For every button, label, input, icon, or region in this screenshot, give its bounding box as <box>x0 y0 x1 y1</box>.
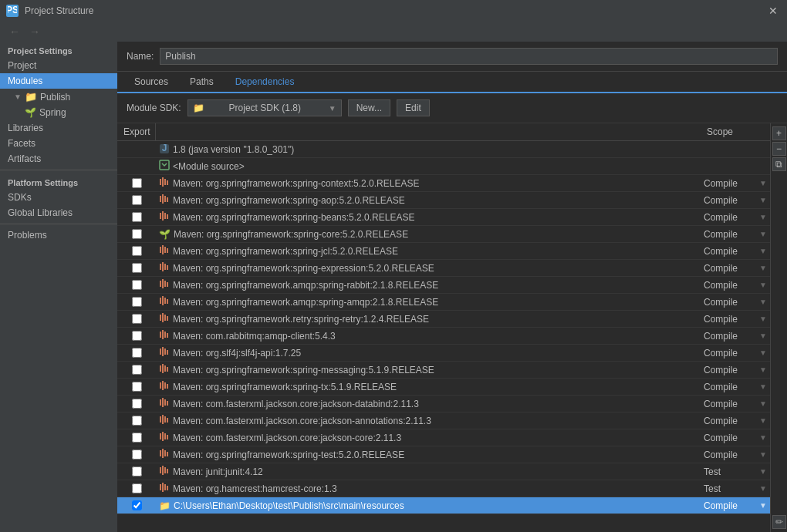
dep-export-checkbox[interactable] <box>117 466 156 476</box>
edit-dep-button[interactable]: ✏ <box>772 515 786 529</box>
dep-export-checkbox[interactable] <box>117 212 156 222</box>
deps-container[interactable]: Export Scope J1.8 (java version "1.8.0_3… <box>117 123 770 532</box>
sidebar-item-problems[interactable]: Problems <box>0 227 117 243</box>
tree-item-publish[interactable]: ▼ 📁 Publish <box>0 89 117 105</box>
svg-rect-51 <box>164 382 166 389</box>
dep-export-checkbox[interactable] <box>117 433 156 443</box>
dep-scope-dropdown-arrow[interactable]: ▼ <box>759 348 767 357</box>
table-row[interactable]: Maven: org.springframework.retry:spring-… <box>117 311 770 328</box>
table-row[interactable]: Maven: com.fasterxml.jackson.core:jackso… <box>117 396 770 412</box>
dep-export-checkbox[interactable] <box>117 399 156 409</box>
sdk-label: Module SDK: <box>127 103 181 113</box>
new-button[interactable]: New... <box>348 99 390 116</box>
dep-scope-dropdown-arrow[interactable]: ▼ <box>759 196 767 204</box>
table-row[interactable]: Maven: org.springframework:spring-contex… <box>117 175 770 192</box>
sidebar-item-project[interactable]: Project <box>0 58 117 73</box>
dep-scope-dropdown-arrow[interactable]: ▼ <box>759 501 767 510</box>
table-row[interactable]: Maven: junit:junit:4.12Test▼ <box>117 463 770 480</box>
dep-export-checkbox[interactable] <box>117 382 156 392</box>
dep-export-checkbox[interactable] <box>117 314 156 324</box>
back-button[interactable]: ← <box>6 24 23 39</box>
sidebar-label-sdks: SDKs <box>8 192 32 203</box>
svg-rect-25 <box>160 281 161 287</box>
dep-scope-dropdown-arrow[interactable]: ▼ <box>759 416 767 425</box>
dep-export-checkbox[interactable] <box>117 195 156 205</box>
add-dep-button[interactable]: + <box>772 126 786 140</box>
maven-icon <box>159 346 170 359</box>
dep-export-checkbox[interactable] <box>117 416 156 426</box>
dep-name-cell: Maven: com.fasterxml.jackson.core:jackso… <box>156 429 701 446</box>
svg-rect-22 <box>162 262 164 271</box>
dep-scope-dropdown-arrow[interactable]: ▼ <box>759 433 767 442</box>
table-row[interactable]: Maven: org.springframework:spring-messag… <box>117 362 770 379</box>
dep-export-checkbox[interactable] <box>117 178 156 188</box>
table-row[interactable]: <Module source> <box>117 158 770 175</box>
table-row[interactable]: Maven: com.fasterxml.jackson.core:jackso… <box>117 429 770 446</box>
tab-sources[interactable]: Sources <box>123 72 179 93</box>
table-row[interactable]: Maven: org.springframework:spring-test:5… <box>117 446 770 463</box>
dep-scope-dropdown-arrow[interactable]: ▼ <box>759 467 767 476</box>
sidebar-item-libraries[interactable]: Libraries <box>0 120 117 136</box>
dep-scope-dropdown-arrow[interactable]: ▼ <box>759 281 767 289</box>
remove-dep-button[interactable]: − <box>772 142 786 156</box>
sdk-value: Project SDK (1.8) <box>229 103 301 113</box>
dep-export-checkbox[interactable] <box>117 450 156 460</box>
svg-rect-17 <box>160 247 161 253</box>
sidebar-item-global-libraries[interactable]: Global Libraries <box>0 205 117 221</box>
dep-scope-dropdown-arrow[interactable]: ▼ <box>759 298 767 306</box>
table-row[interactable]: Maven: org.springframework.amqp:spring-r… <box>117 277 770 294</box>
forward-button[interactable]: → <box>26 24 43 39</box>
right-panel: Name: Sources Paths Dependencies Module … <box>117 42 787 532</box>
table-row[interactable]: 🌱Maven: org.springframework:spring-core:… <box>117 226 770 243</box>
close-button[interactable]: ✕ <box>765 3 781 19</box>
table-row[interactable]: Maven: org.springframework:spring-jcl:5.… <box>117 243 770 260</box>
sidebar-item-artifacts[interactable]: Artifacts <box>0 151 117 167</box>
dep-scope-dropdown-arrow[interactable]: ▼ <box>759 365 767 374</box>
sdk-select[interactable]: 📁 Project SDK (1.8) ▼ <box>187 99 342 116</box>
dep-export-checkbox[interactable] <box>117 348 156 358</box>
dep-scope-dropdown-arrow[interactable]: ▼ <box>759 213 767 221</box>
table-row[interactable]: 📁C:\Users\Ethan\Desktop\test\Publish\src… <box>117 497 770 514</box>
dep-scope-dropdown-arrow[interactable]: ▼ <box>759 179 767 187</box>
svg-rect-39 <box>164 332 166 338</box>
dep-scope-dropdown-arrow[interactable]: ▼ <box>759 484 767 493</box>
name-input[interactable] <box>160 48 778 65</box>
dep-scope-cell: Test▼ <box>701 465 770 479</box>
sidebar-item-modules[interactable]: Modules <box>0 73 117 89</box>
table-row[interactable]: Maven: org.hamcrest:hamcrest-core:1.3Tes… <box>117 480 770 497</box>
dep-export-checkbox[interactable] <box>117 246 156 256</box>
sidebar-item-sdks[interactable]: SDKs <box>0 190 117 205</box>
table-row[interactable]: J1.8 (java version "1.8.0_301") <box>117 141 770 158</box>
copy-dep-button[interactable]: ⧉ <box>772 157 786 171</box>
tab-paths[interactable]: Paths <box>179 72 225 93</box>
dep-scope-cell: Compile▼ <box>701 244 770 258</box>
table-row[interactable]: Maven: com.fasterxml.jackson.core:jackso… <box>117 412 770 429</box>
table-row[interactable]: Maven: org.springframework:spring-expres… <box>117 260 770 277</box>
table-row[interactable]: Maven: org.springframework.amqp:spring-a… <box>117 294 770 311</box>
dep-export-checkbox[interactable] <box>117 365 156 375</box>
dep-export-checkbox[interactable] <box>117 483 156 493</box>
dep-export-checkbox[interactable] <box>117 297 156 307</box>
sidebar-item-facets[interactable]: Facets <box>0 136 117 151</box>
dep-scope-dropdown-arrow[interactable]: ▼ <box>759 230 767 238</box>
dep-scope-dropdown-arrow[interactable]: ▼ <box>759 264 767 272</box>
table-row[interactable]: Maven: org.springframework:spring-beans:… <box>117 209 770 226</box>
dep-scope-dropdown-arrow[interactable]: ▼ <box>759 332 767 340</box>
dep-scope-dropdown-arrow[interactable]: ▼ <box>759 315 767 323</box>
dep-export-checkbox[interactable] <box>117 280 156 290</box>
dep-scope-dropdown-arrow[interactable]: ▼ <box>759 450 767 459</box>
table-row[interactable]: Maven: com.rabbitmq:amqp-client:5.4.3Com… <box>117 328 770 345</box>
edit-button[interactable]: Edit <box>397 99 430 116</box>
table-row[interactable]: Maven: org.springframework:spring-tx:5.1… <box>117 379 770 396</box>
dep-export-checkbox[interactable] <box>117 331 156 341</box>
dep-export-checkbox[interactable] <box>117 263 156 273</box>
tab-dependencies[interactable]: Dependencies <box>225 72 306 93</box>
table-row[interactable]: Maven: org.slf4j:slf4j-api:1.7.25Compile… <box>117 345 770 362</box>
tree-item-spring[interactable]: 🌱 Spring <box>0 105 117 120</box>
dep-scope-dropdown-arrow[interactable]: ▼ <box>759 399 767 408</box>
dep-export-checkbox[interactable] <box>117 229 156 239</box>
table-row[interactable]: Maven: org.springframework:spring-aop:5.… <box>117 192 770 209</box>
dep-export-checkbox[interactable] <box>117 500 156 510</box>
dep-scope-dropdown-arrow[interactable]: ▼ <box>759 382 767 391</box>
dep-scope-dropdown-arrow[interactable]: ▼ <box>759 247 767 255</box>
